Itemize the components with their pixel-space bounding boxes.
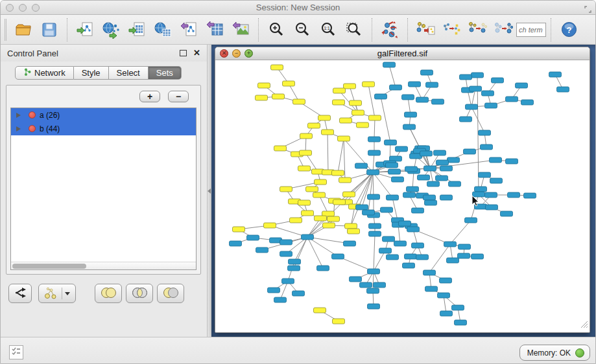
apply-preferred-layout-button[interactable] xyxy=(377,17,403,43)
graph-node[interactable] xyxy=(421,70,433,75)
close-panel-button[interactable]: ✕ xyxy=(193,50,200,56)
graph-node[interactable] xyxy=(386,163,398,168)
graph-node[interactable] xyxy=(368,304,380,309)
graph-node[interactable] xyxy=(418,175,430,180)
graph-node[interactable] xyxy=(387,255,399,260)
graph-node[interactable] xyxy=(425,200,437,205)
graph-node[interactable] xyxy=(360,282,372,288)
graph-node[interactable] xyxy=(403,192,416,198)
graph-node[interactable] xyxy=(256,247,268,253)
graph-node[interactable] xyxy=(344,241,356,246)
graph-node[interactable] xyxy=(357,122,369,128)
collapse-panel-icon[interactable] xyxy=(208,188,211,194)
set-row-a[interactable]: a (26) xyxy=(11,108,196,122)
graph-edge[interactable] xyxy=(374,234,375,271)
graph-node[interactable] xyxy=(471,73,484,78)
graph-node[interactable] xyxy=(300,133,313,139)
graph-node[interactable] xyxy=(280,187,292,192)
graph-node[interactable] xyxy=(369,223,381,229)
graph-node[interactable] xyxy=(485,103,497,108)
graph-node[interactable] xyxy=(405,166,418,172)
split-set-button[interactable] xyxy=(8,284,32,303)
graph-node[interactable] xyxy=(394,241,407,246)
new-network-from-selection-button[interactable] xyxy=(412,17,438,43)
graph-node[interactable] xyxy=(438,293,450,298)
graph-node[interactable] xyxy=(274,297,287,302)
graph-node[interactable] xyxy=(416,97,429,102)
network-frame-titlebar[interactable]: ✕ − + galFiltered.sif xyxy=(215,47,590,60)
graph-node[interactable] xyxy=(464,149,476,154)
graph-node[interactable] xyxy=(432,99,444,104)
graph-node[interactable] xyxy=(479,172,491,177)
import-table-web-button[interactable] xyxy=(150,17,176,43)
graph-node[interactable] xyxy=(460,74,472,80)
graph-node[interactable] xyxy=(374,282,386,288)
hide-selection-button[interactable] xyxy=(464,17,490,43)
graph-edge[interactable] xyxy=(373,172,392,198)
graph-node[interactable] xyxy=(506,97,518,102)
graph-node[interactable] xyxy=(338,136,350,141)
graph-node[interactable] xyxy=(340,118,352,123)
graph-node[interactable] xyxy=(420,151,433,156)
graph-node[interactable] xyxy=(350,277,362,282)
search-input[interactable] xyxy=(516,23,546,37)
graph-node[interactable] xyxy=(403,124,416,130)
graph-node[interactable] xyxy=(280,240,292,245)
graph-node[interactable] xyxy=(383,236,395,242)
graph-edge[interactable] xyxy=(288,262,294,281)
graph-node[interactable] xyxy=(426,82,438,87)
graph-node[interactable] xyxy=(280,251,292,256)
graph-node[interactable] xyxy=(375,94,387,99)
graph-node[interactable] xyxy=(256,95,268,100)
graph-node[interactable] xyxy=(412,208,424,213)
graph-node[interactable] xyxy=(440,166,453,171)
graph-node[interactable] xyxy=(458,253,470,258)
graph-node[interactable] xyxy=(427,181,440,187)
graph-node[interactable] xyxy=(475,187,487,192)
graph-node[interactable] xyxy=(402,95,414,100)
graph-node[interactable] xyxy=(405,112,417,117)
set-row-b[interactable]: b (44) xyxy=(11,122,196,135)
graph-node[interactable] xyxy=(298,200,311,205)
graph-node[interactable] xyxy=(465,218,477,223)
tab-style[interactable]: Style xyxy=(74,66,109,80)
graph-node[interactable] xyxy=(396,146,408,152)
graph-node[interactable] xyxy=(436,160,449,165)
graph-node[interactable] xyxy=(258,83,270,88)
graph-node[interactable] xyxy=(333,100,345,105)
graph-node[interactable] xyxy=(290,218,302,223)
graph-node[interactable] xyxy=(344,84,356,89)
graph-edge[interactable] xyxy=(351,207,355,226)
graph-node[interactable] xyxy=(345,223,357,229)
graph-node[interactable] xyxy=(447,157,460,163)
zoom-out-button[interactable] xyxy=(289,17,315,43)
graph-node[interactable] xyxy=(323,223,335,228)
graph-node[interactable] xyxy=(383,62,396,67)
import-table-file-button[interactable] xyxy=(124,17,150,43)
graph-node[interactable] xyxy=(447,258,459,263)
graph-node[interactable] xyxy=(292,291,305,296)
graph-node[interactable] xyxy=(332,170,344,176)
graph-node[interactable] xyxy=(412,243,424,248)
create-set-from-network-button[interactable] xyxy=(38,284,76,303)
graph-node[interactable] xyxy=(455,320,467,325)
graph-node[interactable] xyxy=(233,227,245,232)
graph-node[interactable] xyxy=(466,104,478,109)
graph-node[interactable] xyxy=(298,166,311,171)
graph-node[interactable] xyxy=(268,288,280,293)
graph-node[interactable] xyxy=(490,178,503,183)
graph-node[interactable] xyxy=(282,279,294,284)
graph-node[interactable] xyxy=(288,266,300,271)
graph-node[interactable] xyxy=(501,211,513,216)
dropdown-arrow-icon[interactable] xyxy=(65,292,70,295)
zoom-in-button[interactable] xyxy=(263,17,289,43)
graph-node[interactable] xyxy=(314,308,326,313)
graph-node[interactable] xyxy=(274,146,287,151)
network-graph[interactable] xyxy=(215,60,590,332)
graph-node[interactable] xyxy=(369,115,381,120)
graph-node[interactable] xyxy=(460,117,472,122)
graph-edge[interactable] xyxy=(373,172,374,197)
graph-node[interactable] xyxy=(293,99,305,104)
graph-node[interactable] xyxy=(399,221,411,226)
graph-node[interactable] xyxy=(425,286,438,291)
